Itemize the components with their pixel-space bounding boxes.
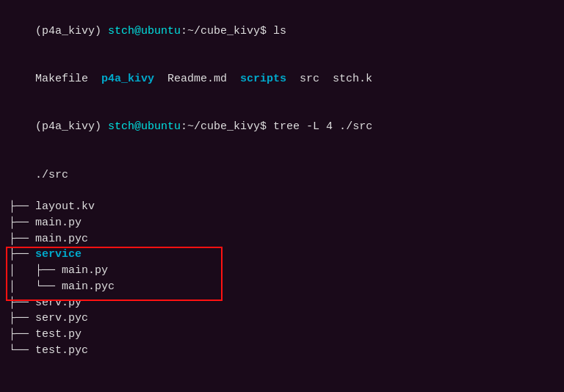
src-root-label: ./src <box>35 169 68 181</box>
tree-item-service-main-pyc: │ └── main.pyc <box>9 279 115 295</box>
ls-p4a-kivy: p4a_kivy <box>101 73 154 85</box>
tree-item-service-main-py: │ ├── main.py <box>9 263 115 279</box>
ls-src: src stch.k <box>286 73 372 85</box>
ls-makefile: Makefile <box>35 73 101 85</box>
empty-line <box>9 359 555 375</box>
ls-scripts: scripts <box>240 73 286 85</box>
cmd-ls: ls <box>273 25 286 37</box>
terminal-window: (p4a_kivy) stch@ubuntu:~/cube_kivy$ ls M… <box>9 7 555 385</box>
tree-content: ├── layout.kv ├── main.py ├── main.pyc ├… <box>9 199 115 359</box>
tree-item-layout: ├── layout.kv <box>9 199 115 215</box>
tree-item-serv-py: ├── serv.py <box>9 295 115 311</box>
user-host2: stch@ubuntu <box>108 120 181 133</box>
cmd-tree: tree -L 4 ./src <box>273 120 372 133</box>
prompt-path: :~/cube_kivy$ <box>181 25 273 37</box>
ls-readme: Readme.md <box>154 73 240 85</box>
tree-item-service: ├── service <box>9 247 115 263</box>
tree-item-test-py: ├── test.py <box>9 327 115 343</box>
tree-item-serv-pyc: ├── serv.pyc <box>9 311 115 327</box>
env-prefix: (p4a_kivy) <box>35 25 108 37</box>
tree-root: ./src <box>9 151 555 199</box>
env-prefix2: (p4a_kivy) <box>35 120 108 133</box>
tree-item-test-pyc: └── test.pyc <box>9 343 115 359</box>
user-host: stch@ubuntu <box>108 25 181 37</box>
tree-item-main-pyc: ├── main.pyc <box>9 231 115 247</box>
command-line-tree: (p4a_kivy) stch@ubuntu:~/cube_kivy$ tree… <box>9 104 555 151</box>
prompt-path2: :~/cube_kivy$ <box>181 120 273 133</box>
ls-output: Makefile p4a_kivy Readme.md scripts src … <box>9 55 555 103</box>
tree-summary: 1 directory, 9 files <box>9 374 555 392</box>
tree-item-main-py: ├── main.py <box>9 215 115 231</box>
command-line-ls: (p4a_kivy) stch@ubuntu:~/cube_kivy$ ls <box>9 7 555 55</box>
service-section: ├── service │ ├── main.py │ └── main.pyc <box>9 247 115 294</box>
